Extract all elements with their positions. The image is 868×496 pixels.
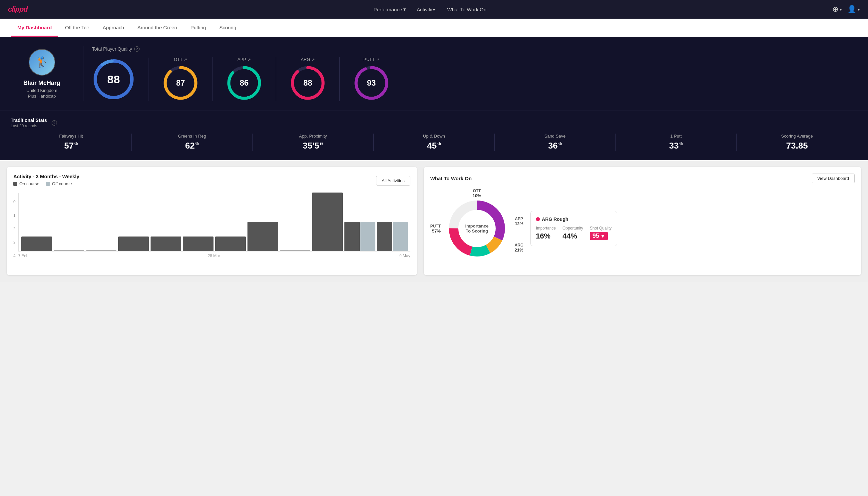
add-button[interactable]: ⊕ ▾ <box>832 5 842 14</box>
arg-card: ARG Rough Importance 16% Opportunity 44%… <box>530 211 617 246</box>
bar-on-course-12 <box>377 222 392 251</box>
nav-what-to-work-on[interactable]: What To Work On <box>447 7 487 12</box>
player-name: Blair McHarg <box>23 80 60 87</box>
stats-subtitle: Last 20 rounds <box>11 124 47 128</box>
stat-app-proximity: App. Proximity 35'5" <box>253 134 374 151</box>
wtw-content: PUTT 57% OTT 10% APP 12% ARG <box>430 188 855 268</box>
gauge-ott: OTT ↗ 87 <box>149 57 212 101</box>
stat-sand-label: Sand Save <box>544 134 566 139</box>
arg-importance-label: Importance <box>536 226 556 231</box>
stats-help-icon[interactable]: ? <box>52 120 57 126</box>
logo[interactable]: clippd <box>8 5 28 14</box>
bar-on-course-10 <box>312 192 343 251</box>
arg-card-title: ARG Rough <box>536 217 612 222</box>
arg-card-dot <box>536 217 540 221</box>
tab-approach[interactable]: Approach <box>96 19 130 37</box>
bar-on-course-11 <box>344 222 359 251</box>
tab-my-dashboard[interactable]: My Dashboard <box>11 19 58 37</box>
chart-legend: On course Off course <box>13 181 79 186</box>
arg-importance-value: 16% <box>536 232 556 241</box>
chart-bars-area: 7 Feb 28 Mar 9 May <box>18 193 410 258</box>
stat-prox-label: App. Proximity <box>299 134 327 139</box>
bar-on-course-1 <box>21 236 52 251</box>
bar-off-course-12 <box>393 222 408 251</box>
bar-on-course-4 <box>118 236 149 251</box>
player-info: 🏌️ Blair McHarg United Kingdom Plus Hand… <box>11 46 84 101</box>
chart-bars <box>18 193 410 251</box>
shot-quality-badge: 95 ▼ <box>590 232 608 240</box>
stat-updown-value: 45% <box>427 141 441 151</box>
arg-outer-label: ARG 21% <box>515 243 524 252</box>
wtw-panel-header: What To Work On View Dashboard <box>430 173 855 183</box>
tab-scoring[interactable]: Scoring <box>212 19 243 37</box>
tpq-label: Total Player Quality ? <box>92 46 849 52</box>
activity-panel-title: Activity - 3 Months - Weekly <box>13 173 79 179</box>
chart-container: 4 3 2 1 0 <box>13 193 410 258</box>
player-handicap: Plus Handicap <box>28 94 56 98</box>
stat-1putt-value: 33% <box>669 141 683 151</box>
tpq-help-icon[interactable]: ? <box>134 46 140 52</box>
main-gauge-item: 88 <box>92 58 149 101</box>
bar-on-course-8 <box>248 222 278 251</box>
stats-section: Traditional Stats Last 20 rounds ? Fairw… <box>0 111 868 160</box>
app-label: APP ↗ <box>237 57 251 62</box>
app-score: 86 <box>240 78 249 88</box>
user-icon: 👤 <box>847 5 856 14</box>
nav-performance[interactable]: Performance ▾ <box>373 6 406 12</box>
tab-off-the-tee[interactable]: Off the Tee <box>58 19 96 37</box>
tab-around-the-green[interactable]: Around the Green <box>130 19 184 37</box>
player-country: United Kingdom <box>26 88 57 93</box>
activity-panel: Activity - 3 Months - Weekly On course O… <box>7 167 417 275</box>
hero-section: 🏌️ Blair McHarg United Kingdom Plus Hand… <box>0 37 868 111</box>
stats-title-group: Traditional Stats Last 20 rounds <box>11 118 47 128</box>
tab-putting[interactable]: Putting <box>184 19 213 37</box>
nav-activities[interactable]: Activities <box>417 7 436 12</box>
app-outer-label: APP 12% <box>515 217 524 226</box>
gauge-arg: ARG ↗ 88 <box>276 57 340 101</box>
down-arrow-icon: ▼ <box>601 233 605 239</box>
bottom-panels: Activity - 3 Months - Weekly On course O… <box>0 160 868 282</box>
donut-outer-wrapper: PUTT 57% OTT 10% APP 12% ARG <box>430 188 524 268</box>
stats-title: Traditional Stats <box>11 118 47 123</box>
stat-up-down: Up & Down 45% <box>374 134 495 151</box>
stat-1putt: 1 Putt 33% <box>616 134 737 151</box>
main-score-gauge: 88 <box>92 58 135 101</box>
ott-gauge: 87 <box>162 65 199 101</box>
bar-off-course-11 <box>360 222 375 251</box>
bar-on-course-6 <box>183 236 214 251</box>
ott-arrow-icon: ↗ <box>184 57 187 62</box>
arg-label: ARG ↗ <box>301 57 315 62</box>
stat-sand-value: 36% <box>548 141 562 151</box>
what-to-work-on-panel: What To Work On View Dashboard PUTT 57% … <box>424 167 861 275</box>
arg-gauge: 88 <box>289 65 326 101</box>
stat-scoring-label: Scoring Average <box>781 134 813 139</box>
nav-right: ⊕ ▾ 👤 ▾ <box>832 5 860 14</box>
app-gauge: 86 <box>226 65 263 101</box>
stat-scoring-avg: Scoring Average 73.85 <box>737 134 857 151</box>
bar-group-4 <box>118 236 149 251</box>
arg-shot-quality-label: Shot Quality <box>590 226 612 231</box>
view-dashboard-button[interactable]: View Dashboard <box>812 173 855 183</box>
arg-score: 88 <box>303 78 312 88</box>
bar-on-course-3 <box>86 250 116 251</box>
legend-off-course: Off course <box>46 181 72 186</box>
bar-group-11 <box>344 222 375 251</box>
bar-group-5 <box>151 236 181 251</box>
activity-panel-title-group: Activity - 3 Months - Weekly On course O… <box>13 173 79 188</box>
gauge-putt: PUTT ↗ 93 <box>340 57 403 101</box>
user-menu-button[interactable]: 👤 ▾ <box>847 5 860 14</box>
stat-fairways-hit: Fairways Hit 57% <box>11 134 131 151</box>
bar-group-9 <box>280 250 311 251</box>
activity-panel-header: Activity - 3 Months - Weekly On course O… <box>13 173 410 188</box>
ott-outer-label: OTT 10% <box>473 188 481 198</box>
arg-shot-quality: Shot Quality 95 ▼ <box>590 226 612 241</box>
all-activities-button[interactable]: All Activities <box>376 176 410 186</box>
scores-section: Total Player Quality ? 88 OTT <box>84 46 857 101</box>
wtw-panel-title: What To Work On <box>430 175 472 181</box>
on-course-dot <box>13 182 17 186</box>
bar-group-8 <box>248 222 278 251</box>
bar-on-course-5 <box>151 236 181 251</box>
chart-x-labels: 7 Feb 28 Mar 9 May <box>18 253 410 258</box>
stat-fairways-value: 57% <box>64 141 78 151</box>
donut-svg <box>447 199 507 259</box>
